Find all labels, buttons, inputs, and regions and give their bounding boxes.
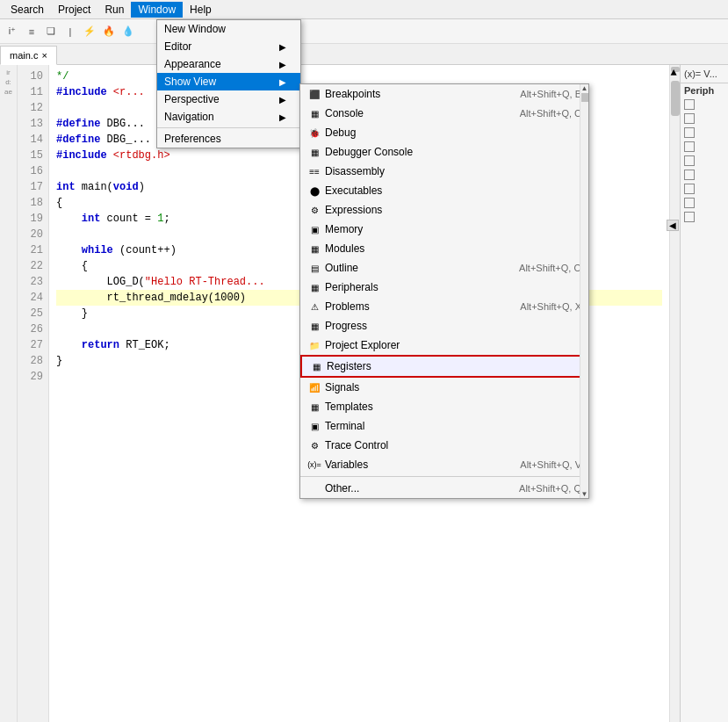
checkbox-1[interactable] (684, 99, 695, 110)
menu-item-perspective[interactable]: Perspective ▶ (157, 90, 300, 108)
submenu-outline[interactable]: ▤ Outline Alt+Shift+Q, O (300, 258, 588, 278)
checkbox-9[interactable] (684, 212, 695, 222)
submenu-expressions[interactable]: ⚙ Expressions (300, 200, 588, 220)
scrollbar-up-arrow[interactable]: ▲ (671, 67, 680, 72)
other-shortcut: Alt+Shift+Q, Q (519, 483, 581, 494)
checkbox-7[interactable] (684, 184, 695, 194)
other-icon (307, 481, 321, 495)
debugger-console-icon: ▦ (307, 145, 321, 159)
outline-label: Outline (325, 262, 358, 274)
toolbar-icon-6[interactable]: 🔥 (100, 23, 118, 40)
submenu-variables[interactable]: (x)= Variables Alt+Shift+Q, V (300, 455, 588, 474)
submenu-scrollbar[interactable]: ▲ ▼ (580, 84, 588, 498)
new-window-label: New Window (164, 23, 226, 35)
problems-submenu-icon: ⚠ (307, 300, 321, 314)
toolbar-icon-2[interactable]: ≡ (23, 23, 40, 40)
show-view-label: Show View (164, 76, 216, 88)
menu-search[interactable]: Search (4, 2, 51, 18)
terminal-label: Terminal (325, 420, 364, 432)
gutter-icon-3: ae (4, 88, 12, 96)
checkbox-2[interactable] (684, 113, 695, 124)
preferences-label: Preferences (164, 133, 221, 145)
right-panel-item-1 (681, 97, 728, 112)
right-panel-item-3 (681, 126, 728, 140)
submenu-console[interactable]: ▦ Console Alt+Shift+Q, C (300, 104, 588, 123)
submenu-breakpoints[interactable]: ⬛ Breakpoints Alt+Shift+Q, B (300, 84, 588, 104)
navigation-label: Navigation (164, 111, 214, 123)
memory-label: Memory (325, 223, 363, 235)
toolbar-icon-4[interactable]: | (61, 23, 79, 40)
appearance-label: Appearance (164, 58, 221, 70)
variables-label: Variables (325, 458, 368, 471)
submenu-executables[interactable]: ⬤ Executables (300, 181, 588, 200)
submenu-scroll-up[interactable]: ▲ (580, 84, 588, 92)
peripherals-icon: ▦ (307, 280, 321, 294)
toolbar-icon-7[interactable]: 💧 (119, 23, 137, 40)
editor-vscrollbar[interactable]: ▲ (669, 65, 680, 722)
outline-icon: ▤ (307, 261, 321, 275)
submenu-peripherals[interactable]: ▦ Peripherals (300, 278, 588, 297)
submenu-modules[interactable]: ▦ Modules (300, 239, 588, 258)
editor-label: Editor (164, 40, 191, 53)
perspective-label: Perspective (164, 93, 220, 105)
menu-item-preferences[interactable]: Preferences (157, 130, 300, 148)
registers-submenu-icon: ▦ (309, 359, 323, 373)
line-numbers: 10 11 12 13 14 15 16 17 18 19 20 21 22 2… (18, 65, 49, 722)
submenu-scroll-thumb[interactable] (581, 93, 588, 102)
menu-item-navigation[interactable]: Navigation ▶ (157, 108, 300, 126)
show-view-arrow-icon: ▶ (279, 77, 286, 87)
registers-label: Registers (327, 360, 371, 372)
menu-item-editor[interactable]: Editor ▶ (157, 38, 300, 55)
submenu-registers[interactable]: ▦ Registers (300, 355, 588, 378)
perspective-arrow-icon: ▶ (279, 95, 286, 105)
problems-label: Problems (325, 300, 370, 313)
breakpoints-shortcut: Alt+Shift+Q, B (520, 89, 581, 99)
menu-item-show-view[interactable]: Show View ▶ (157, 73, 300, 90)
show-view-submenu[interactable]: ▲ ▼ ⬛ Breakpoints Alt+Shift+Q, B ▦ Conso… (299, 83, 589, 499)
submenu-debugger-console[interactable]: ▦ Debugger Console (300, 142, 588, 162)
progress-icon: ▦ (307, 319, 321, 333)
toolbar: i⁺ ≡ ❏ | ⚡ 🔥 💧 (0, 19, 728, 44)
submenu-signals[interactable]: 📶 Signals (300, 378, 588, 397)
menu-item-appearance[interactable]: Appearance ▶ (157, 55, 300, 73)
checkbox-4[interactable] (684, 141, 695, 152)
disassembly-icon: ≡≡ (307, 164, 321, 178)
submenu-debug[interactable]: 🐞 Debug (300, 123, 588, 142)
checkbox-5[interactable] (684, 155, 695, 166)
checkbox-6[interactable] (684, 170, 695, 180)
tab-close-icon[interactable]: × (41, 50, 47, 61)
menu-help[interactable]: Help (183, 2, 219, 18)
toolbar-icon-5[interactable]: ⚡ (81, 23, 98, 40)
right-panel-item-2 (681, 112, 728, 126)
submenu-scroll-down[interactable]: ▼ (580, 490, 588, 498)
checkbox-3[interactable] (684, 127, 695, 138)
debug-icon: 🐞 (307, 126, 321, 140)
menu-window[interactable]: Window (131, 2, 183, 18)
trace-control-icon: ⚙ (307, 438, 321, 452)
submenu-terminal[interactable]: ▣ Terminal (300, 416, 588, 436)
toolbar-icon-1[interactable]: i⁺ (4, 23, 21, 40)
editor-tabs: main.c × (0, 44, 728, 65)
gutter-icon-1: ir (6, 69, 10, 76)
menu-project[interactable]: Project (51, 2, 97, 18)
menu-item-new-window[interactable]: New Window (157, 20, 300, 38)
right-panel-item-7 (681, 182, 728, 196)
scrollbar-thumb[interactable] (671, 81, 680, 116)
window-menu[interactable]: New Window Editor ▶ Appearance ▶ Show Vi… (156, 19, 301, 148)
submenu-progress[interactable]: ▦ Progress (300, 316, 588, 336)
right-panel-item-6 (681, 168, 728, 182)
breakpoints-icon: ⬛ (307, 87, 321, 101)
submenu-trace-control[interactable]: ⚙ Trace Control (300, 436, 588, 455)
left-gutter: ir d: ae (0, 65, 18, 722)
toolbar-icon-3[interactable]: ❏ (42, 23, 60, 40)
submenu-project-explorer[interactable]: 📁 Project Explorer (300, 336, 588, 355)
submenu-templates[interactable]: ▦ Templates (300, 397, 588, 416)
submenu-other[interactable]: Other... Alt+Shift+Q, Q (300, 479, 588, 498)
checkbox-8[interactable] (684, 198, 695, 208)
problems-shortcut: Alt+Shift+Q, X (520, 301, 581, 312)
submenu-disassembly[interactable]: ≡≡ Disassembly (300, 162, 588, 181)
editor-tab-main[interactable]: main.c × (0, 46, 57, 65)
submenu-memory[interactable]: ▣ Memory (300, 220, 588, 239)
menu-run[interactable]: Run (97, 2, 131, 18)
submenu-problems[interactable]: ⚠ Problems Alt+Shift+Q, X (300, 297, 588, 316)
